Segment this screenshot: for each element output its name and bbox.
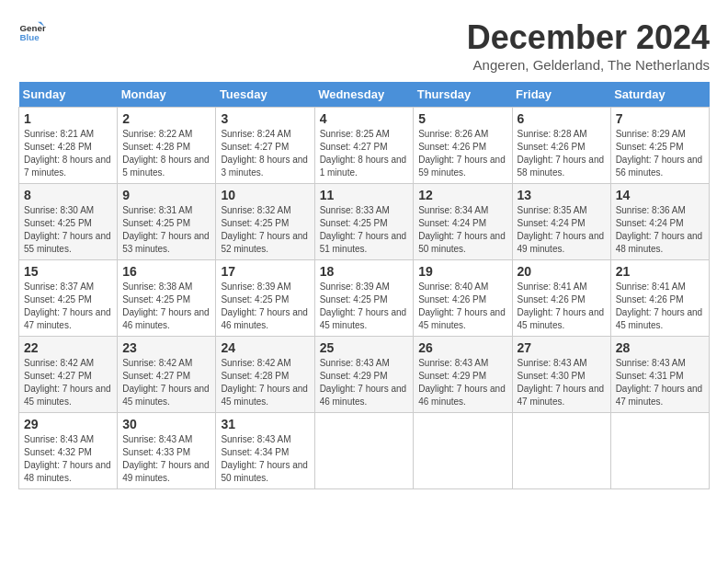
day-info: Sunrise: 8:39 AM Sunset: 4:25 PM Dayligh…: [320, 281, 409, 332]
calendar-cell: 15 Sunrise: 8:37 AM Sunset: 4:25 PM Dayl…: [19, 260, 118, 337]
day-number: 20: [518, 264, 606, 279]
day-info: Sunrise: 8:42 AM Sunset: 4:27 PM Dayligh…: [24, 357, 112, 408]
day-number: 29: [24, 417, 112, 431]
day-number: 18: [320, 264, 409, 279]
calendar-cell: 28 Sunrise: 8:43 AM Sunset: 4:31 PM Dayl…: [610, 337, 709, 413]
header-tuesday: Tuesday: [216, 82, 314, 108]
day-number: 5: [418, 111, 506, 126]
calendar-cell: 21 Sunrise: 8:41 AM Sunset: 4:26 PM Dayl…: [610, 260, 709, 337]
day-number: 24: [221, 340, 309, 355]
day-number: 16: [122, 264, 210, 279]
day-info: Sunrise: 8:21 AM Sunset: 4:28 PM Dayligh…: [24, 128, 112, 179]
day-info: Sunrise: 8:43 AM Sunset: 4:29 PM Dayligh…: [418, 357, 506, 408]
calendar-header-row: SundayMondayTuesdayWednesdayThursdayFrid…: [19, 82, 710, 108]
day-info: Sunrise: 8:43 AM Sunset: 4:30 PM Dayligh…: [518, 357, 606, 408]
day-info: Sunrise: 8:25 AM Sunset: 4:27 PM Dayligh…: [320, 128, 409, 179]
calendar-table: SundayMondayTuesdayWednesdayThursdayFrid…: [18, 82, 710, 489]
day-info: Sunrise: 8:26 AM Sunset: 4:26 PM Dayligh…: [418, 128, 506, 179]
day-number: 27: [518, 340, 606, 355]
calendar-cell: 8 Sunrise: 8:30 AM Sunset: 4:25 PM Dayli…: [19, 184, 118, 260]
calendar-cell: 18 Sunrise: 8:39 AM Sunset: 4:25 PM Dayl…: [314, 260, 414, 337]
calendar-cell: 14 Sunrise: 8:36 AM Sunset: 4:24 PM Dayl…: [610, 184, 709, 260]
header-saturday: Saturday: [610, 82, 709, 108]
calendar-cell: 31 Sunrise: 8:43 AM Sunset: 4:34 PM Dayl…: [216, 413, 314, 489]
svg-text:Blue: Blue: [20, 32, 40, 42]
calendar-cell: [610, 413, 709, 489]
day-info: Sunrise: 8:34 AM Sunset: 4:24 PM Dayligh…: [418, 204, 506, 256]
calendar-cell: 23 Sunrise: 8:42 AM Sunset: 4:27 PM Dayl…: [118, 337, 216, 413]
day-number: 9: [122, 188, 210, 202]
calendar-cell: 6 Sunrise: 8:28 AM Sunset: 4:26 PM Dayli…: [512, 108, 610, 184]
day-number: 14: [616, 188, 704, 202]
calendar-cell: [512, 413, 610, 489]
day-info: Sunrise: 8:24 AM Sunset: 4:27 PM Dayligh…: [221, 128, 309, 179]
header-friday: Friday: [512, 82, 610, 108]
day-number: 19: [418, 264, 506, 279]
day-number: 3: [221, 111, 309, 126]
page-title: December 2024: [467, 18, 710, 57]
header-sunday: Sunday: [19, 82, 118, 108]
day-info: Sunrise: 8:43 AM Sunset: 4:32 PM Dayligh…: [24, 433, 112, 485]
day-info: Sunrise: 8:22 AM Sunset: 4:28 PM Dayligh…: [122, 128, 210, 179]
calendar-body: 1 Sunrise: 8:21 AM Sunset: 4:28 PM Dayli…: [19, 108, 710, 489]
day-number: 17: [221, 264, 309, 279]
day-info: Sunrise: 8:37 AM Sunset: 4:25 PM Dayligh…: [24, 281, 112, 332]
calendar-cell: 10 Sunrise: 8:32 AM Sunset: 4:25 PM Dayl…: [216, 184, 314, 260]
day-info: Sunrise: 8:29 AM Sunset: 4:25 PM Dayligh…: [616, 128, 704, 179]
calendar-cell: 19 Sunrise: 8:40 AM Sunset: 4:26 PM Dayl…: [414, 260, 512, 337]
day-number: 21: [616, 264, 704, 279]
day-number: 25: [320, 340, 409, 355]
calendar-week-1: 1 Sunrise: 8:21 AM Sunset: 4:28 PM Dayli…: [19, 108, 710, 184]
page-header: General Blue General Blue December 2024 …: [18, 18, 710, 73]
day-info: Sunrise: 8:31 AM Sunset: 4:25 PM Dayligh…: [122, 204, 210, 256]
calendar-cell: 11 Sunrise: 8:33 AM Sunset: 4:25 PM Dayl…: [314, 184, 414, 260]
day-info: Sunrise: 8:36 AM Sunset: 4:24 PM Dayligh…: [616, 204, 704, 256]
day-info: Sunrise: 8:43 AM Sunset: 4:31 PM Dayligh…: [616, 357, 704, 408]
day-info: Sunrise: 8:33 AM Sunset: 4:25 PM Dayligh…: [320, 204, 409, 256]
day-number: 22: [24, 340, 112, 355]
calendar-cell: 12 Sunrise: 8:34 AM Sunset: 4:24 PM Dayl…: [414, 184, 512, 260]
calendar-cell: 25 Sunrise: 8:43 AM Sunset: 4:29 PM Dayl…: [314, 337, 414, 413]
day-number: 8: [24, 188, 112, 202]
day-number: 11: [320, 188, 409, 202]
day-number: 4: [320, 111, 409, 126]
calendar-cell: [314, 413, 414, 489]
calendar-cell: 24 Sunrise: 8:42 AM Sunset: 4:28 PM Dayl…: [216, 337, 314, 413]
logo: General Blue General Blue: [18, 18, 46, 46]
calendar-cell: 13 Sunrise: 8:35 AM Sunset: 4:24 PM Dayl…: [512, 184, 610, 260]
day-number: 30: [122, 417, 210, 431]
day-number: 10: [221, 188, 309, 202]
day-number: 2: [122, 111, 210, 126]
day-info: Sunrise: 8:28 AM Sunset: 4:26 PM Dayligh…: [518, 128, 606, 179]
calendar-cell: 30 Sunrise: 8:43 AM Sunset: 4:33 PM Dayl…: [118, 413, 216, 489]
day-number: 7: [616, 111, 704, 126]
calendar-cell: 3 Sunrise: 8:24 AM Sunset: 4:27 PM Dayli…: [216, 108, 314, 184]
calendar-cell: 22 Sunrise: 8:42 AM Sunset: 4:27 PM Dayl…: [19, 337, 118, 413]
calendar-week-3: 15 Sunrise: 8:37 AM Sunset: 4:25 PM Dayl…: [19, 260, 710, 337]
calendar-cell: 5 Sunrise: 8:26 AM Sunset: 4:26 PM Dayli…: [414, 108, 512, 184]
calendar-cell: 27 Sunrise: 8:43 AM Sunset: 4:30 PM Dayl…: [512, 337, 610, 413]
calendar-cell: 7 Sunrise: 8:29 AM Sunset: 4:25 PM Dayli…: [610, 108, 709, 184]
calendar-cell: 2 Sunrise: 8:22 AM Sunset: 4:28 PM Dayli…: [118, 108, 216, 184]
calendar-week-5: 29 Sunrise: 8:43 AM Sunset: 4:32 PM Dayl…: [19, 413, 710, 489]
logo-icon: General Blue: [18, 18, 46, 46]
day-info: Sunrise: 8:42 AM Sunset: 4:27 PM Dayligh…: [122, 357, 210, 408]
day-info: Sunrise: 8:41 AM Sunset: 4:26 PM Dayligh…: [518, 281, 606, 332]
day-number: 13: [518, 188, 606, 202]
day-number: 12: [418, 188, 506, 202]
day-info: Sunrise: 8:40 AM Sunset: 4:26 PM Dayligh…: [418, 281, 506, 332]
day-info: Sunrise: 8:32 AM Sunset: 4:25 PM Dayligh…: [221, 204, 309, 256]
calendar-cell: 26 Sunrise: 8:43 AM Sunset: 4:29 PM Dayl…: [414, 337, 512, 413]
day-info: Sunrise: 8:38 AM Sunset: 4:25 PM Dayligh…: [122, 281, 210, 332]
day-number: 28: [616, 340, 704, 355]
header-thursday: Thursday: [414, 82, 512, 108]
calendar-cell: [414, 413, 512, 489]
calendar-cell: 29 Sunrise: 8:43 AM Sunset: 4:32 PM Dayl…: [19, 413, 118, 489]
day-info: Sunrise: 8:43 AM Sunset: 4:29 PM Dayligh…: [320, 357, 409, 408]
calendar-cell: 4 Sunrise: 8:25 AM Sunset: 4:27 PM Dayli…: [314, 108, 414, 184]
header-monday: Monday: [118, 82, 216, 108]
calendar-cell: 17 Sunrise: 8:39 AM Sunset: 4:25 PM Dayl…: [216, 260, 314, 337]
page-subtitle: Angeren, Gelderland, The Netherlands: [467, 57, 710, 73]
day-number: 31: [221, 417, 309, 431]
calendar-cell: 9 Sunrise: 8:31 AM Sunset: 4:25 PM Dayli…: [118, 184, 216, 260]
